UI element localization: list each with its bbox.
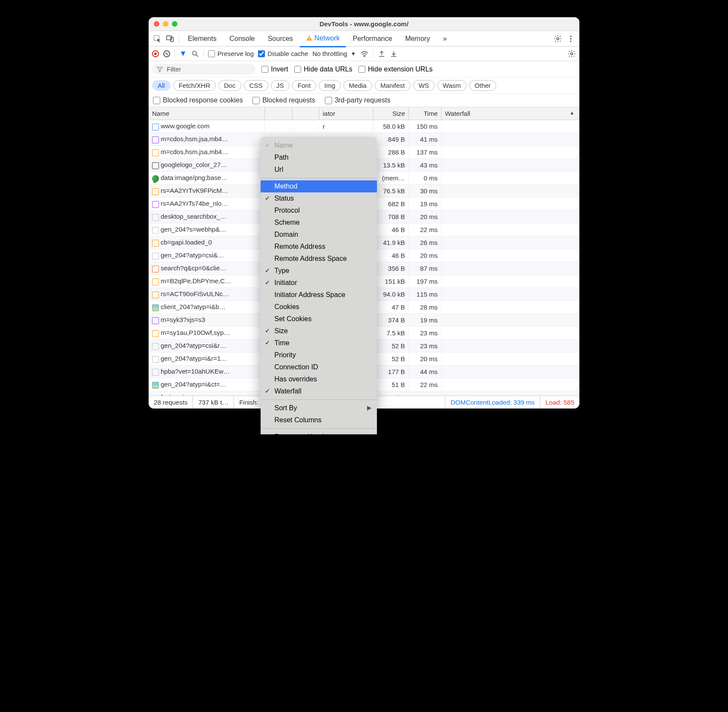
devtools-window: DevTools - www.google.com/ ElementsConso… xyxy=(149,17,579,409)
file-icon xyxy=(152,279,159,285)
chip-doc[interactable]: Doc xyxy=(218,80,241,91)
search-icon[interactable] xyxy=(191,50,199,58)
ctx-initiator[interactable]: ✓Initiator xyxy=(261,277,377,289)
status-requests: 28 requests xyxy=(149,396,193,409)
tab-performance[interactable]: Performance xyxy=(347,31,398,46)
ctx-time[interactable]: ✓Time xyxy=(261,337,377,349)
col-type[interactable] xyxy=(292,107,319,120)
ctx-cookies[interactable]: Cookies xyxy=(261,301,377,313)
chip-ws[interactable]: WS xyxy=(413,80,435,91)
ctx-name: ✓Name xyxy=(261,139,377,152)
kebab-icon[interactable] xyxy=(565,34,577,43)
record-button[interactable] xyxy=(152,50,159,57)
download-icon[interactable] xyxy=(390,50,398,58)
chip-fetchxhr[interactable]: Fetch/XHR xyxy=(173,80,216,91)
chip-other[interactable]: Other xyxy=(469,80,497,91)
chip-css[interactable]: CSS xyxy=(244,80,268,91)
file-icon xyxy=(152,214,159,221)
file-icon xyxy=(152,253,159,260)
hide-data-urls-checkbox[interactable]: Hide data URLs xyxy=(294,65,352,73)
ctx-connection-id[interactable]: Connection ID xyxy=(261,361,377,373)
ctx-has-overrides[interactable]: Has overrides xyxy=(261,373,377,385)
column-context-menu[interactable]: ✓NamePathUrlMethod✓StatusProtocolSchemeD… xyxy=(261,137,377,434)
chip-wasm[interactable]: Wasm xyxy=(437,80,467,91)
ctx-remote-address[interactable]: Remote Address xyxy=(261,241,377,253)
clear-button[interactable] xyxy=(163,50,170,57)
minimize-dot[interactable] xyxy=(163,21,168,27)
file-icon xyxy=(152,343,159,350)
settings-icon[interactable] xyxy=(552,34,564,43)
ctx-scheme[interactable]: Scheme xyxy=(261,217,377,229)
tab-sources[interactable]: Sources xyxy=(261,31,299,46)
chip-img[interactable]: Img xyxy=(319,80,341,91)
zoom-dot[interactable] xyxy=(172,21,177,27)
close-dot[interactable] xyxy=(154,21,159,27)
file-icon xyxy=(152,304,159,311)
preserve-log-checkbox[interactable]: Preserve log xyxy=(208,50,254,57)
ctx-priority[interactable]: Priority xyxy=(261,349,377,361)
status-load: Load: 585 xyxy=(540,396,579,409)
filter-row: Filter Invert Hide data URLs Hide extens… xyxy=(149,61,579,77)
tab-memory[interactable]: Memory xyxy=(399,31,436,46)
ctx-sort-by[interactable]: Sort By▶ xyxy=(261,402,377,414)
network-toolbar: ▼ Preserve log Disable cache No throttli… xyxy=(149,46,579,61)
file-icon xyxy=(152,266,159,272)
ctx-reset-columns[interactable]: Reset Columns xyxy=(261,414,377,426)
tab-network[interactable]: Network xyxy=(300,31,346,47)
request-row[interactable]: www.google.comr58.0 kB150 ms xyxy=(149,120,579,133)
throttling-select[interactable]: No throttling ▼ xyxy=(312,50,356,57)
file-icon xyxy=(152,291,159,298)
filter-toggle-icon[interactable]: ▼ xyxy=(179,49,187,58)
chip-manifest[interactable]: Manifest xyxy=(375,80,411,91)
tab-elements[interactable]: Elements xyxy=(182,31,223,46)
panel-tabs: ElementsConsoleSourcesNetworkPerformance… xyxy=(149,31,579,46)
window-controls xyxy=(154,21,177,27)
invert-checkbox[interactable]: Invert xyxy=(261,65,288,73)
device-icon[interactable] xyxy=(164,34,176,43)
col-time[interactable]: Time xyxy=(409,107,442,120)
upload-icon[interactable] xyxy=(378,50,386,58)
ctx-response-headers[interactable]: Response Headers▶ xyxy=(261,431,377,434)
file-icon xyxy=(152,395,159,396)
ctx-remote-address-space[interactable]: Remote Address Space xyxy=(261,253,377,265)
file-icon xyxy=(152,240,159,247)
ctx-set-cookies[interactable]: Set Cookies xyxy=(261,313,377,325)
inspect-icon[interactable] xyxy=(151,34,163,43)
ctx-method[interactable]: Method xyxy=(261,180,377,192)
chip-js[interactable]: JS xyxy=(271,80,290,91)
panel-settings-icon[interactable] xyxy=(567,50,576,58)
file-icon xyxy=(152,149,159,156)
ctx-waterfall[interactable]: ✓Waterfall xyxy=(261,385,377,397)
ctx-protocol[interactable]: Protocol xyxy=(261,204,377,217)
filter-input[interactable]: Filter xyxy=(152,64,255,74)
window-title: DevTools - www.google.com/ xyxy=(153,20,575,28)
blocked-cookies-checkbox[interactable]: Blocked response cookies xyxy=(153,96,243,104)
ctx-url[interactable]: Url xyxy=(261,164,377,176)
blocked-requests-checkbox[interactable]: Blocked requests xyxy=(252,96,315,104)
col-size[interactable]: Size xyxy=(373,107,409,120)
ctx-domain[interactable]: Domain xyxy=(261,229,377,241)
file-icon xyxy=(152,201,159,208)
tab-console[interactable]: Console xyxy=(224,31,261,46)
column-headers[interactable]: Name iator Size Time Waterfall xyxy=(149,107,579,120)
ctx-status[interactable]: ✓Status xyxy=(261,192,377,204)
chip-all[interactable]: All xyxy=(152,80,171,91)
ctx-size[interactable]: ✓Size xyxy=(261,325,377,337)
chip-font[interactable]: Font xyxy=(292,80,316,91)
disable-cache-checkbox[interactable]: Disable cache xyxy=(258,50,308,57)
ctx-type[interactable]: ✓Type xyxy=(261,265,377,277)
ctx-path[interactable]: Path xyxy=(261,152,377,164)
file-icon xyxy=(151,174,160,183)
col-initiator[interactable]: iator xyxy=(319,107,373,120)
col-waterfall[interactable]: Waterfall xyxy=(442,107,579,120)
ctx-initiator-address-space[interactable]: Initiator Address Space xyxy=(261,289,377,301)
svg-rect-2 xyxy=(171,37,174,41)
chip-media[interactable]: Media xyxy=(343,80,372,91)
col-name[interactable]: Name xyxy=(149,107,265,120)
network-conditions-icon[interactable] xyxy=(360,50,369,58)
hide-extension-urls-checkbox[interactable]: Hide extension URLs xyxy=(358,65,432,73)
svg-rect-3 xyxy=(309,37,309,39)
col-status[interactable] xyxy=(265,107,292,120)
third-party-checkbox[interactable]: 3rd-party requests xyxy=(325,96,391,104)
tabs-overflow[interactable]: » xyxy=(437,31,453,46)
